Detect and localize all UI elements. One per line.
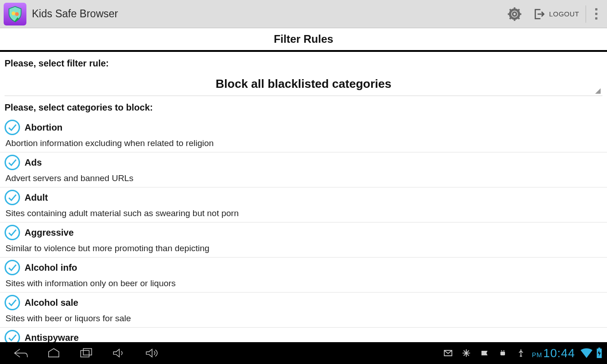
check-icon bbox=[7, 122, 17, 132]
svg-rect-14 bbox=[500, 352, 505, 355]
category-desc: Advert servers and banned URLs bbox=[5, 172, 602, 184]
filter-rule-spinner[interactable]: Block all blacklisted categories bbox=[5, 74, 602, 96]
volume-up-button[interactable] bbox=[136, 342, 168, 364]
category-title: Antispyware bbox=[25, 333, 79, 343]
category-checkbox[interactable] bbox=[5, 190, 20, 205]
category-desc: Sites with information only on beer or l… bbox=[5, 277, 602, 289]
clock-ampm: PM bbox=[532, 351, 542, 359]
app-title: Kids Safe Browser bbox=[32, 8, 118, 20]
settings-gear-button[interactable] bbox=[502, 1, 527, 27]
home-button[interactable] bbox=[37, 342, 70, 364]
svg-line-10 bbox=[510, 17, 511, 19]
app-icon bbox=[4, 3, 26, 25]
svg-line-8 bbox=[510, 9, 511, 10]
logout-label: LOGOUT bbox=[549, 10, 579, 18]
category-title: Alcohol sale bbox=[25, 298, 78, 308]
check-icon bbox=[7, 298, 17, 308]
category-desc: Sites containing adult material such as … bbox=[5, 207, 602, 219]
category-title: Adult bbox=[25, 192, 48, 203]
play-store-icon bbox=[480, 349, 489, 358]
logout-button[interactable]: LOGOUT bbox=[527, 7, 584, 21]
category-checkbox[interactable] bbox=[5, 120, 20, 135]
category-list: Abortion Abortion information excluding … bbox=[0, 117, 607, 342]
recents-button[interactable] bbox=[70, 342, 103, 364]
page-title: Filter Rules bbox=[0, 28, 607, 52]
back-button[interactable] bbox=[5, 342, 37, 364]
svg-point-15 bbox=[501, 350, 502, 351]
svg-rect-18 bbox=[598, 348, 600, 349]
sparkle-icon bbox=[462, 349, 471, 358]
select-categories-label: Please, select categories to block: bbox=[0, 96, 607, 116]
svg-rect-13 bbox=[83, 349, 92, 355]
category-title: Aggressive bbox=[25, 228, 74, 238]
usb-icon bbox=[516, 349, 525, 358]
category-item[interactable]: Ads Advert servers and banned URLs bbox=[0, 152, 607, 187]
volume-down-button[interactable] bbox=[103, 342, 136, 364]
category-desc: Similar to violence but more promoting t… bbox=[5, 242, 602, 254]
category-checkbox[interactable] bbox=[5, 330, 20, 342]
category-title: Alcohol info bbox=[25, 263, 77, 273]
volume-down-icon bbox=[112, 346, 127, 360]
category-title: Abortion bbox=[25, 122, 62, 133]
category-item[interactable]: Alcohol info Sites with information only… bbox=[0, 258, 607, 293]
category-item[interactable]: Abortion Abortion information excluding … bbox=[0, 117, 607, 152]
select-rule-label: Please, select filter rule: bbox=[0, 52, 607, 72]
svg-point-0 bbox=[12, 11, 15, 15]
category-item[interactable]: Antispyware bbox=[0, 328, 607, 342]
overflow-menu-button[interactable] bbox=[588, 8, 604, 20]
gear-icon bbox=[507, 6, 522, 22]
android-icon bbox=[498, 349, 507, 358]
category-checkbox[interactable] bbox=[5, 155, 20, 170]
svg-line-11 bbox=[518, 9, 519, 10]
clock-time: 10:44 bbox=[543, 346, 575, 360]
category-item[interactable]: Aggressive Similar to violence but more … bbox=[0, 222, 607, 258]
clock: PM 10:44 bbox=[532, 346, 575, 360]
svg-point-1 bbox=[15, 12, 19, 15]
category-checkbox[interactable] bbox=[5, 295, 20, 310]
back-icon bbox=[13, 346, 29, 360]
check-icon bbox=[7, 263, 17, 273]
action-bar: Kids Safe Browser LOGOUT bbox=[0, 0, 607, 28]
category-desc: Sites with beer or liquors for sale bbox=[5, 312, 602, 324]
category-item[interactable]: Alcohol sale Sites with beer or liquors … bbox=[0, 293, 607, 328]
wifi-icon bbox=[581, 348, 592, 358]
check-icon bbox=[7, 157, 17, 167]
home-icon bbox=[46, 346, 61, 360]
svg-rect-12 bbox=[81, 350, 89, 357]
category-checkbox[interactable] bbox=[5, 225, 20, 240]
volume-up-icon bbox=[144, 346, 160, 360]
category-desc: Abortion information excluding when rela… bbox=[5, 136, 602, 149]
check-icon bbox=[7, 192, 17, 202]
recents-icon bbox=[79, 346, 94, 360]
page-content: Filter Rules Please, select filter rule:… bbox=[0, 28, 607, 342]
battery-charging-icon bbox=[596, 348, 602, 359]
mail-icon bbox=[444, 349, 453, 358]
svg-line-9 bbox=[518, 17, 519, 19]
category-checkbox[interactable] bbox=[5, 260, 20, 275]
category-item[interactable]: Adult Sites containing adult material su… bbox=[0, 187, 607, 222]
svg-point-16 bbox=[503, 350, 504, 351]
system-nav-bar: PM 10:44 bbox=[0, 342, 607, 364]
svg-point-3 bbox=[512, 12, 516, 16]
check-icon bbox=[7, 333, 17, 342]
svg-point-2 bbox=[510, 10, 519, 19]
check-icon bbox=[7, 228, 17, 238]
divider bbox=[586, 5, 586, 23]
category-title: Ads bbox=[25, 157, 42, 168]
status-tray bbox=[444, 349, 525, 358]
logout-icon bbox=[532, 7, 546, 21]
